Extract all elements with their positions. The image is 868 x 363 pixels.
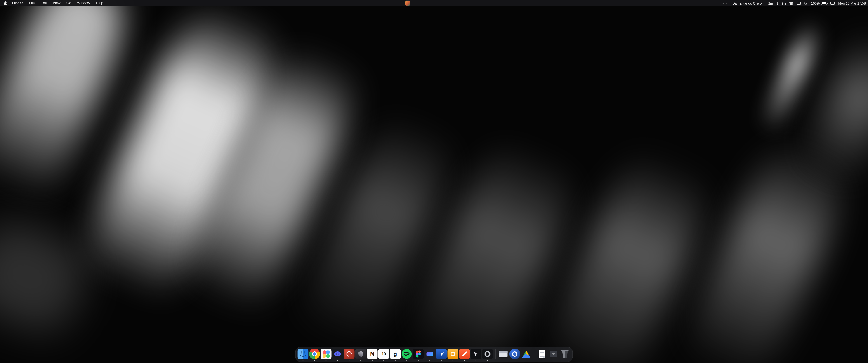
granola-icon-glyph: g	[394, 351, 397, 357]
running-indicator	[303, 360, 304, 361]
running-indicator	[326, 360, 327, 361]
gear-icon[interactable]	[804, 2, 807, 5]
dock-calendar[interactable]	[321, 349, 332, 359]
menu-help[interactable]: Help	[93, 0, 106, 6]
running-indicator	[395, 360, 396, 361]
control-center-icon[interactable]	[789, 2, 793, 4]
menu-app-name[interactable]: Finder	[9, 0, 26, 6]
running-indicator	[337, 360, 338, 361]
dock-notion-calendar[interactable]: 10	[378, 349, 389, 359]
status-separator: |	[730, 1, 730, 5]
running-indicator	[464, 360, 465, 361]
stats-dollar-icon[interactable]: $	[777, 1, 778, 5]
headphones-icon[interactable]	[782, 2, 786, 5]
dock-screen-recorder[interactable]	[425, 349, 435, 359]
menu-go[interactable]: Go	[64, 0, 74, 6]
wallpaper-band	[0, 211, 96, 342]
running-indicator	[487, 360, 488, 361]
menu-view[interactable]: View	[50, 0, 63, 6]
dock-discord[interactable]	[332, 349, 343, 359]
notion-calendar-icon-glyph: 10	[381, 352, 385, 356]
dock-amber-app[interactable]	[447, 349, 458, 359]
dock-dark-cursor-app[interactable]	[471, 349, 482, 359]
screen-mirroring-icon[interactable]	[831, 2, 835, 4]
dock-chrome[interactable]	[309, 349, 320, 359]
wallpaper-band	[754, 18, 826, 142]
dock-google-drive[interactable]	[521, 349, 532, 359]
dock-document[interactable]	[537, 349, 548, 359]
dock-blue-plane-app[interactable]	[436, 349, 447, 359]
running-indicator	[430, 360, 430, 361]
running-indicator	[453, 360, 454, 361]
dock-spotify[interactable]	[401, 349, 412, 359]
running-indicator	[349, 360, 350, 361]
dock-downloads[interactable]	[548, 349, 559, 359]
menubar-notch-dots[interactable]: ···	[458, 0, 464, 6]
overflow-dots-icon[interactable]: ···	[723, 1, 727, 5]
discord-icon	[332, 349, 343, 359]
menu-bar: Finder File Edit View Go Window Help ···…	[0, 0, 868, 6]
dock-granola[interactable]: g	[390, 349, 401, 359]
running-indicator	[475, 360, 476, 361]
dock-finder[interactable]	[298, 349, 309, 359]
dock-1password[interactable]	[509, 349, 520, 359]
running-indicator	[372, 360, 373, 361]
event-countdown-group[interactable]: ··· | Dar jantar do Chico · in 2m	[723, 1, 773, 5]
running-indicator	[418, 360, 419, 361]
dock-stone-app[interactable]	[355, 349, 366, 359]
menu-edit[interactable]: Edit	[38, 0, 50, 6]
figma-icon	[413, 349, 424, 359]
running-indicator	[441, 360, 442, 361]
battery-icon	[821, 2, 827, 5]
menubar-album-art-widget[interactable]	[405, 1, 410, 6]
dock-separator	[534, 349, 534, 359]
event-countdown-text[interactable]: Dar jantar do Chico · in 2m	[733, 1, 773, 5]
running-indicator	[314, 360, 315, 361]
notion-icon-glyph: N	[370, 351, 375, 357]
battery-status[interactable]: 100%	[811, 1, 827, 5]
battery-percent-label: 100%	[811, 1, 819, 5]
apple-menu-icon[interactable]	[4, 1, 7, 5]
dock: N 10 g	[296, 347, 573, 362]
desktop-wallpaper	[0, 0, 868, 363]
dock-minimized-window[interactable]	[498, 349, 508, 359]
menu-file[interactable]: File	[26, 0, 38, 6]
running-indicator	[406, 360, 407, 361]
display-icon[interactable]	[797, 2, 801, 5]
running-indicator	[383, 360, 384, 361]
finder-icon	[298, 349, 309, 359]
running-indicator	[360, 360, 361, 361]
dock-figma[interactable]	[413, 349, 424, 359]
menu-bar-status: ··· | Dar jantar do Chico · in 2m $ 100%…	[723, 0, 866, 6]
dock-red-app[interactable]	[344, 349, 355, 359]
dock-trash[interactable]	[560, 349, 570, 359]
menu-bar-left: Finder File Edit View Go Window Help	[3, 0, 106, 6]
menubar-clock[interactable]: Mon 10 Mar 17:58	[838, 1, 866, 5]
menu-window[interactable]: Window	[74, 0, 93, 6]
spotify-icon	[401, 349, 412, 359]
dock-ring-app[interactable]	[482, 349, 493, 359]
dock-separator	[495, 349, 496, 359]
dock-orange-pencil-app[interactable]	[459, 349, 470, 359]
dock-notion[interactable]: N	[367, 349, 378, 359]
